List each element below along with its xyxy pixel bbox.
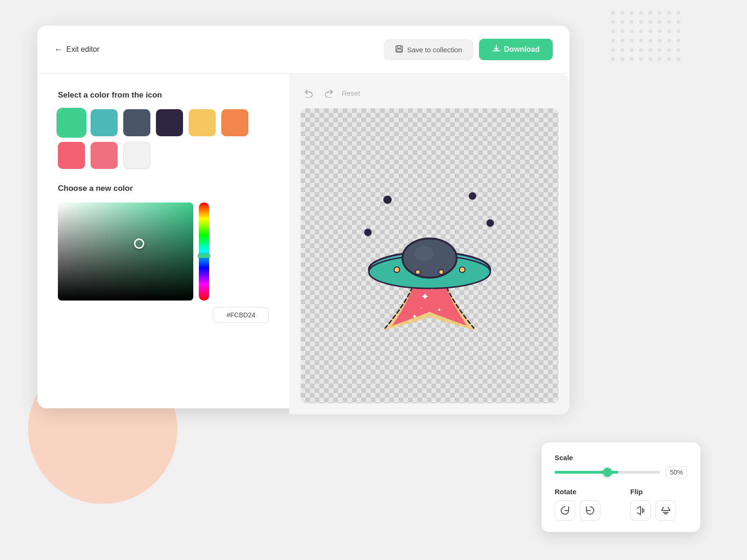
- scale-label: Scale: [555, 454, 687, 462]
- color-swatch-white[interactable]: [123, 142, 150, 169]
- download-label: Download: [504, 45, 540, 54]
- svg-rect-2: [397, 49, 402, 51]
- flip-label: Flip: [630, 488, 687, 496]
- scale-value: 50%: [666, 466, 687, 478]
- svg-rect-1: [397, 46, 401, 48]
- color-swatch-teal[interactable]: [91, 109, 118, 136]
- ufo-illustration: ✦ ✦ ✦ • • •: [345, 172, 514, 340]
- choose-color-title: Choose a new color: [58, 184, 269, 193]
- save-collection-button[interactable]: Save to collection: [384, 39, 473, 60]
- svg-text:✦: ✦: [412, 313, 417, 320]
- header-actions: Save to collection Download: [384, 39, 553, 60]
- hex-input-wrap: [58, 307, 269, 323]
- svg-text:•: •: [420, 306, 422, 310]
- rotate-label: Rotate: [555, 488, 612, 496]
- download-icon: [492, 44, 500, 55]
- color-swatch-pink[interactable]: [91, 142, 118, 169]
- editor-body: Select a color from the icon Choose a ne…: [37, 74, 570, 414]
- flip-horizontal-button[interactable]: [630, 500, 651, 521]
- rotate-buttons: [555, 500, 612, 521]
- color-picker-handle[interactable]: [134, 238, 144, 249]
- save-icon: [395, 45, 403, 55]
- color-swatch-orange[interactable]: [221, 109, 248, 136]
- decorative-dots: for(let i=0;i<48;i++) document.write('<s…: [610, 9, 682, 63]
- color-section-title: Select a color from the icon: [58, 91, 269, 100]
- scale-control: Scale 50%: [555, 454, 687, 478]
- controls-card: Scale 50% Rotate: [542, 442, 700, 532]
- scale-row: 50%: [555, 466, 687, 478]
- svg-point-4: [469, 193, 476, 199]
- svg-point-18: [459, 267, 465, 273]
- svg-text:✦: ✦: [421, 291, 429, 302]
- rotate-ccw-button[interactable]: [580, 500, 600, 521]
- svg-text:✦: ✦: [437, 307, 441, 313]
- svg-point-19: [416, 270, 420, 274]
- color-swatch-red[interactable]: [58, 142, 85, 169]
- hex-color-input[interactable]: [213, 307, 269, 323]
- flip-section: Flip: [630, 488, 687, 521]
- color-swatch-slate[interactable]: [123, 109, 150, 136]
- preview-canvas: ✦ ✦ ✦ • • •: [301, 108, 558, 403]
- exit-editor-button[interactable]: ← Exit editor: [54, 45, 99, 55]
- color-gradient-picker[interactable]: [58, 203, 193, 301]
- flip-buttons: [630, 500, 687, 521]
- preview-panel: Reset: [289, 74, 570, 414]
- color-swatch-yellow[interactable]: [189, 109, 216, 136]
- hue-slider[interactable]: [199, 203, 209, 301]
- editor-header: ← Exit editor Save to collection: [37, 26, 570, 74]
- svg-point-5: [487, 220, 493, 226]
- reset-button[interactable]: Reset: [342, 89, 360, 97]
- color-editor-panel: Select a color from the icon Choose a ne…: [37, 74, 289, 414]
- flip-vertical-button[interactable]: [655, 500, 676, 521]
- back-arrow-icon: ←: [54, 45, 63, 55]
- color-swatch-teal-light[interactable]: [58, 109, 85, 136]
- svg-point-6: [365, 229, 371, 236]
- svg-point-17: [394, 267, 400, 273]
- preview-toolbar: Reset: [301, 85, 558, 101]
- color-swatches-grid: [58, 109, 269, 169]
- svg-point-20: [439, 270, 444, 274]
- svg-point-3: [384, 196, 391, 203]
- color-swatch-dark-purple[interactable]: [156, 109, 183, 136]
- hue-slider-handle[interactable]: [198, 253, 210, 258]
- scale-slider[interactable]: [555, 471, 660, 474]
- main-editor-card: ← Exit editor Save to collection: [37, 26, 570, 408]
- reset-label: Reset: [342, 89, 360, 97]
- save-collection-label: Save to collection: [407, 46, 462, 54]
- color-picker-area: [58, 203, 269, 301]
- download-button[interactable]: Download: [479, 39, 553, 60]
- rotate-cw-button[interactable]: [555, 500, 575, 521]
- exit-editor-label: Exit editor: [66, 45, 99, 54]
- rotate-section: Rotate: [555, 488, 612, 521]
- undo-button[interactable]: [301, 85, 317, 101]
- redo-button[interactable]: [321, 85, 337, 101]
- rotate-flip-row: Rotate Flip: [555, 488, 687, 521]
- svg-text:•: •: [438, 322, 439, 327]
- svg-point-16: [415, 246, 433, 261]
